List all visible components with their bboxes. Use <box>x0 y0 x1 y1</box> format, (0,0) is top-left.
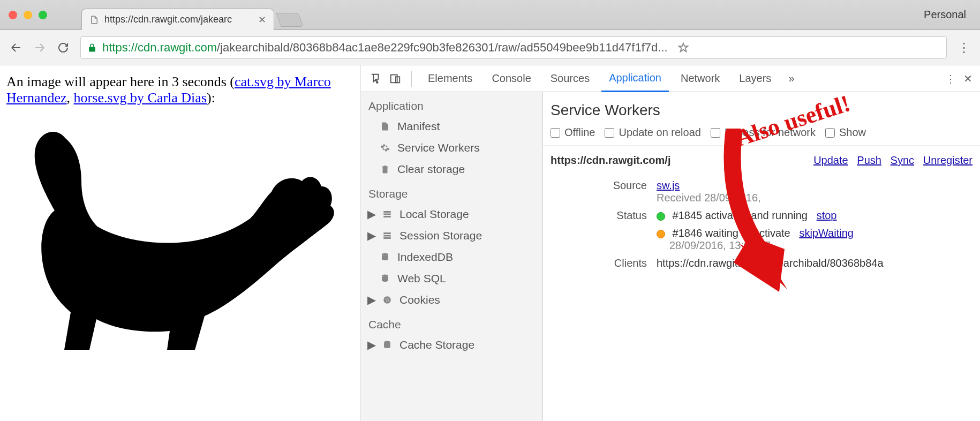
sidebar-item-cache-storage[interactable]: ▶ Cache Storage <box>361 334 542 356</box>
content-area: An image will appear here in 3 seconds (… <box>0 65 980 421</box>
sidebar-item-label: Cache Storage <box>399 339 474 351</box>
sidebar-item-clear-storage[interactable]: Clear storage <box>361 159 542 180</box>
sidebar-item-label: Session Storage <box>399 229 482 242</box>
window-controls <box>9 11 47 19</box>
tab-elements[interactable]: Elements <box>420 66 480 91</box>
clients-value: https://cdn.rawgit.com/jakearchibald/803… <box>657 257 973 269</box>
browser-menu-button[interactable]: ⋮ <box>958 40 970 55</box>
minimize-window-button[interactable] <box>24 11 32 19</box>
tab-title: https://cdn.rawgit.com/jakearc <box>104 14 232 25</box>
status-line-waiting: #1846 waiting to activate skipWaiting 28… <box>657 227 973 252</box>
intro-prefix: An image will appear here in 3 seconds ( <box>6 74 235 89</box>
pane-title: Service Workers <box>551 102 973 119</box>
action-update[interactable]: Update <box>813 154 848 166</box>
check-bypass-for-network[interactable]: Bypass for network <box>711 126 816 139</box>
tab-application[interactable]: Application <box>601 65 669 92</box>
checkbox[interactable] <box>711 128 720 138</box>
svg-point-4 <box>383 296 391 304</box>
svg-point-5 <box>386 299 387 300</box>
link-horse-svg[interactable]: horse.svg by Carla Dias <box>74 90 207 106</box>
tab-sources[interactable]: Sources <box>543 66 597 91</box>
tabs-overflow-button[interactable]: » <box>783 72 800 85</box>
table-icon <box>381 230 393 242</box>
devtools-close-button[interactable]: ✕ <box>963 72 973 85</box>
close-window-button[interactable] <box>9 11 17 19</box>
action-unregister[interactable]: Unregister <box>923 154 973 166</box>
back-button[interactable] <box>10 41 22 54</box>
tab-console[interactable]: Console <box>484 66 538 91</box>
check-update-on-reload[interactable]: Update on reload <box>605 126 700 139</box>
status-time: 28/09/2016, 13:01:17 <box>669 239 771 251</box>
devtools-tabbar: Elements Console Sources Application Net… <box>361 65 980 92</box>
sidebar-item-label: Local Storage <box>399 208 469 221</box>
check-offline[interactable]: Offline <box>551 126 595 139</box>
sidebar-item-cookies[interactable]: ▶ Cookies <box>361 289 542 311</box>
maximize-window-button[interactable] <box>39 11 47 19</box>
check-show-all[interactable]: Show <box>825 126 866 139</box>
svg-point-6 <box>388 298 389 299</box>
chevron-right-icon: ▶ <box>367 339 375 351</box>
status-text: #1846 waiting to activate <box>673 227 790 239</box>
sidebar-item-session-storage[interactable]: ▶ Session Storage <box>361 225 542 246</box>
devtools-menu-button[interactable]: ⋮ <box>945 72 956 85</box>
forward-button[interactable] <box>33 41 46 54</box>
sidebar-item-service-workers[interactable]: Service Workers <box>361 137 542 159</box>
svg-point-2 <box>382 253 388 256</box>
trash-icon <box>379 163 391 175</box>
action-stop[interactable]: stop <box>817 209 837 221</box>
svg-point-9 <box>384 341 390 344</box>
pane-header: Service Workers Offline Update on reload… <box>543 92 980 146</box>
window-titlebar: https://cdn.rawgit.com/jakearc ✕ Persona… <box>0 0 980 30</box>
tab-network[interactable]: Network <box>673 66 727 91</box>
check-label: Show <box>839 126 866 139</box>
check-label: Bypass for network <box>725 126 816 139</box>
sidebar-item-label: Manifest <box>397 120 440 133</box>
document-icon <box>379 121 391 132</box>
sidebar-item-indexeddb[interactable]: IndexedDB <box>361 246 542 268</box>
tab-close-button[interactable]: ✕ <box>258 14 266 26</box>
page-text: An image will appear here in 3 seconds (… <box>6 74 354 106</box>
chevron-right-icon: ▶ <box>367 229 375 242</box>
page-viewport: An image will appear here in 3 seconds (… <box>0 65 361 421</box>
sidebar-item-manifest[interactable]: Manifest <box>361 116 542 137</box>
device-toolbar-icon[interactable] <box>388 71 403 86</box>
pane-options: Offline Update on reload Bypass for netw… <box>551 126 973 139</box>
source-file-link[interactable]: sw.js <box>657 179 680 191</box>
intro-suffix: ): <box>207 90 215 106</box>
sidebar-item-label: IndexedDB <box>397 251 453 264</box>
address-bar[interactable]: https://cdn.rawgit.com/jakearchibald/803… <box>80 36 947 59</box>
tab-layers[interactable]: Layers <box>732 66 779 91</box>
checkbox[interactable] <box>605 128 614 138</box>
svg-point-3 <box>382 275 388 277</box>
link-sep: , <box>67 90 74 106</box>
devtools-panel: Elements Console Sources Application Net… <box>361 65 980 421</box>
new-tab-button[interactable] <box>276 13 303 27</box>
action-skipwaiting[interactable]: skipWaiting <box>799 227 854 239</box>
chevron-right-icon: ▶ <box>367 294 375 306</box>
reload-button[interactable] <box>57 41 70 54</box>
svg-rect-1 <box>396 77 399 82</box>
profile-label[interactable]: Personal <box>924 9 980 21</box>
lock-icon <box>87 43 97 52</box>
separator <box>411 71 412 87</box>
cookie-icon <box>381 294 393 306</box>
inspect-element-icon[interactable] <box>368 71 383 86</box>
browser-tab[interactable]: https://cdn.rawgit.com/jakearc ✕ <box>81 9 274 30</box>
bookmark-star-icon[interactable] <box>677 42 689 54</box>
action-push[interactable]: Push <box>857 154 881 166</box>
application-sidebar: Application Manifest Service Workers Cle… <box>361 92 543 421</box>
sidebar-item-label: Service Workers <box>397 141 480 154</box>
sidebar-item-web-sql[interactable]: Web SQL <box>361 268 542 289</box>
status-text: #1845 activated and running <box>673 209 808 221</box>
gear-icon <box>379 142 391 154</box>
status-dot-green-icon <box>657 212 665 221</box>
browser-toolbar: https://cdn.rawgit.com/jakearchibald/803… <box>0 30 980 65</box>
checkbox[interactable] <box>551 128 560 138</box>
label-source: Source <box>551 179 647 192</box>
table-icon <box>381 208 393 220</box>
sidebar-item-local-storage[interactable]: ▶ Local Storage <box>361 204 542 225</box>
tab-strip: https://cdn.rawgit.com/jakearc ✕ <box>81 9 301 30</box>
svg-point-8 <box>388 300 389 302</box>
checkbox[interactable] <box>825 128 835 138</box>
action-sync[interactable]: Sync <box>891 154 914 166</box>
